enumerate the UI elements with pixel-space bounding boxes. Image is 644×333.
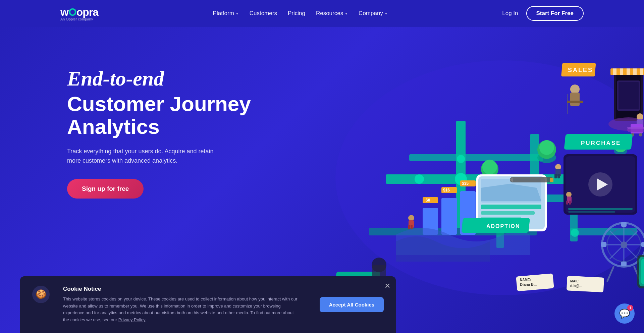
svg-rect-80 bbox=[566, 201, 568, 205]
svg-point-14 bbox=[415, 174, 424, 184]
cookie-title: Cookie Notice bbox=[63, 286, 312, 292]
cookie-close-button[interactable]: ✕ bbox=[384, 282, 390, 290]
svg-text:$16: $16 bbox=[443, 188, 450, 192]
chevron-down-icon: ▼ bbox=[235, 12, 239, 15]
svg-rect-44 bbox=[619, 82, 639, 109]
nav-link-pricing[interactable]: Pricing bbox=[288, 10, 305, 17]
chevron-down-icon: ▼ bbox=[384, 12, 388, 15]
logo[interactable]: wOopra An Oppler company bbox=[60, 6, 98, 21]
svg-point-46 bbox=[637, 113, 643, 120]
svg-rect-81 bbox=[569, 201, 571, 205]
svg-point-18 bbox=[482, 160, 497, 174]
cookie-text: This website stores cookies on your devi… bbox=[63, 296, 298, 324]
svg-rect-71 bbox=[481, 211, 535, 215]
svg-rect-108 bbox=[621, 262, 627, 266]
svg-rect-82 bbox=[510, 177, 553, 182]
svg-point-32 bbox=[570, 85, 580, 94]
nav-item-platform[interactable]: Platform ▼ bbox=[213, 10, 239, 17]
svg-rect-41 bbox=[633, 68, 637, 75]
svg-rect-34 bbox=[567, 101, 583, 103]
svg-rect-107 bbox=[641, 242, 644, 247]
svg-rect-70 bbox=[481, 205, 541, 209]
svg-point-15 bbox=[571, 229, 579, 237]
privacy-policy-link[interactable]: Privacy Policy bbox=[118, 317, 146, 322]
cookie-icon: 🍪 bbox=[32, 286, 50, 303]
nav-actions: Log In Start For Free bbox=[502, 6, 584, 21]
svg-rect-96 bbox=[408, 225, 410, 229]
nav-item-customers[interactable]: Customers bbox=[250, 10, 277, 17]
svg-rect-38 bbox=[613, 68, 616, 75]
svg-point-94 bbox=[408, 215, 414, 221]
logo-text: wOopra bbox=[60, 6, 98, 18]
svg-rect-33 bbox=[570, 93, 580, 106]
svg-text:$0: $0 bbox=[426, 198, 430, 203]
svg-text:$35: $35 bbox=[462, 181, 469, 186]
svg-rect-40 bbox=[627, 68, 630, 75]
navbar: wOopra An Oppler company Platform ▼ Cust… bbox=[0, 0, 644, 27]
login-button[interactable]: Log In bbox=[502, 10, 518, 17]
chat-button[interactable]: 💬 1 bbox=[614, 303, 635, 324]
svg-text:PURCHASE: PURCHASE bbox=[581, 140, 621, 146]
svg-rect-77 bbox=[557, 174, 560, 178]
chat-badge: 1 bbox=[627, 305, 633, 311]
svg-rect-3 bbox=[409, 154, 543, 161]
svg-rect-39 bbox=[620, 68, 623, 75]
svg-rect-86 bbox=[423, 197, 438, 203]
nav-link-resources[interactable]: Resources ▼ bbox=[316, 10, 348, 17]
svg-text:MAIL:: MAIL: bbox=[570, 279, 580, 283]
nav-link-company[interactable]: Company ▼ bbox=[359, 10, 388, 17]
nav-item-resources[interactable]: Resources ▼ bbox=[316, 10, 348, 17]
signup-button[interactable]: Sign up for free bbox=[67, 179, 144, 199]
chevron-down-icon: ▼ bbox=[344, 12, 348, 15]
hero-title-italic: End-to-end bbox=[67, 67, 268, 90]
svg-point-50 bbox=[639, 133, 642, 136]
svg-point-110 bbox=[621, 241, 627, 248]
svg-rect-29 bbox=[567, 94, 568, 114]
svg-rect-88 bbox=[441, 198, 457, 235]
cookie-content: Cookie Notice This website stores cookie… bbox=[63, 286, 312, 324]
svg-text:SALES: SALES bbox=[568, 67, 593, 73]
svg-text:ADOPTION: ADOPTION bbox=[486, 223, 520, 229]
svg-text:NAME:: NAME: bbox=[520, 278, 531, 282]
accept-cookies-button[interactable]: Accept All Cookies bbox=[320, 297, 384, 312]
svg-text:d.b@...: d.b@... bbox=[570, 284, 582, 288]
hero-title-bold: Customer Journey Analytics bbox=[67, 93, 268, 138]
svg-rect-97 bbox=[411, 225, 413, 229]
nav-link-platform[interactable]: Platform ▼ bbox=[213, 10, 239, 17]
svg-rect-52 bbox=[627, 127, 644, 129]
cookie-notice: 🍪 Cookie Notice This website stores cook… bbox=[20, 276, 396, 333]
svg-rect-42 bbox=[640, 68, 643, 75]
svg-rect-109 bbox=[601, 242, 606, 247]
nav-link-customers[interactable]: Customers bbox=[250, 10, 277, 17]
svg-rect-66 bbox=[568, 208, 633, 210]
svg-point-12 bbox=[457, 155, 465, 163]
svg-text:Diana B...: Diana B... bbox=[520, 282, 537, 286]
hero-description: Track everything that your users do. Acq… bbox=[67, 147, 228, 166]
svg-rect-67 bbox=[568, 211, 615, 213]
logo-highlight: O bbox=[68, 6, 76, 18]
svg-point-21 bbox=[539, 140, 554, 155]
svg-rect-76 bbox=[554, 174, 557, 178]
nav-item-company[interactable]: Company ▼ bbox=[359, 10, 388, 17]
nav-item-pricing[interactable]: Pricing bbox=[288, 10, 305, 17]
svg-rect-119 bbox=[641, 259, 644, 284]
start-for-free-button[interactable]: Start For Free bbox=[526, 6, 584, 21]
svg-rect-84 bbox=[550, 178, 553, 182]
svg-rect-106 bbox=[621, 222, 627, 227]
svg-point-78 bbox=[566, 192, 572, 197]
hero-content: End-to-end Customer Journey Analytics Tr… bbox=[67, 67, 268, 199]
nav-links: Platform ▼ Customers Pricing Resources ▼… bbox=[213, 10, 388, 17]
logo-tagline: An Oppler company bbox=[60, 17, 93, 21]
